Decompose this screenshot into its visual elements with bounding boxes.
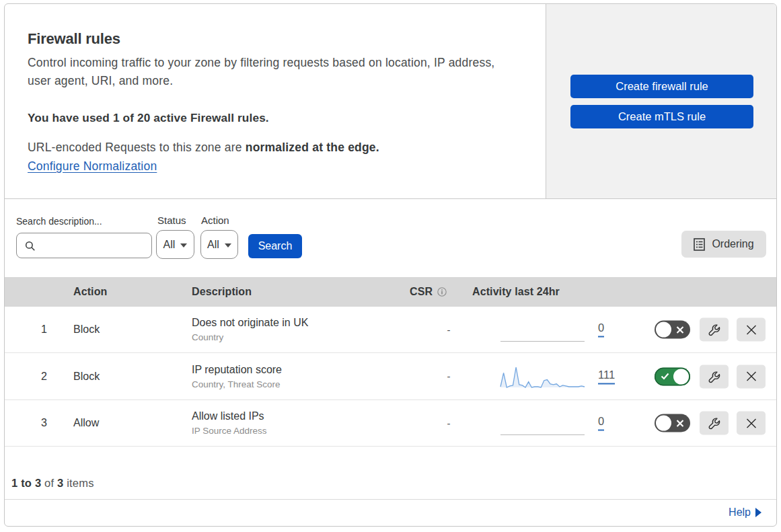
edit-rule-button[interactable] xyxy=(700,318,729,342)
column-header-description: Description xyxy=(192,277,252,307)
usage-summary: You have used 1 of 20 active Firewall ru… xyxy=(28,111,269,125)
rule-priority: 3 xyxy=(20,400,47,446)
configure-normalization-link[interactable]: Configure Normalization xyxy=(28,159,157,173)
rule-description: Allow listed IPs IP Source Address xyxy=(192,400,267,446)
column-header-activity: Activity last 24hr xyxy=(472,277,560,307)
toggle-knob xyxy=(673,369,689,384)
page-title: Firewall rules xyxy=(28,30,120,48)
search-button[interactable]: Search xyxy=(248,234,302,258)
create-firewall-rule-button[interactable]: Create firewall rule xyxy=(570,75,753,98)
table-header: Action Description CSR Activity last 24h… xyxy=(5,277,776,307)
overview-section: Firewall rules Control incoming traffic … xyxy=(5,4,776,199)
rule-description-title: IP reputation score xyxy=(192,363,282,377)
rule-description-title: Does not originate in UK xyxy=(192,315,308,330)
ordering-button[interactable]: Ordering xyxy=(681,231,766,258)
column-header-csr-label: CSR xyxy=(410,286,433,298)
search-icon xyxy=(25,241,36,252)
rule-priority: 2 xyxy=(20,353,47,400)
activity-count-link[interactable]: 111 xyxy=(598,369,615,384)
close-icon xyxy=(746,324,757,335)
edit-rule-button[interactable] xyxy=(700,412,729,435)
activity-sparkline xyxy=(500,353,585,400)
search-field xyxy=(16,233,152,258)
wrench-icon xyxy=(708,417,720,430)
toggle-check-icon xyxy=(661,373,669,380)
column-header-action: Action xyxy=(73,277,107,307)
table-row: 1 Block Does not originate in UK Country… xyxy=(5,307,776,353)
help-arrow-icon xyxy=(755,508,761,517)
page-description-line2: user agent, URI, and more. xyxy=(28,74,173,87)
rule-description-title: Allow listed IPs xyxy=(192,409,267,423)
status-select-value: All xyxy=(163,239,176,251)
close-icon xyxy=(746,371,757,382)
search-label: Search description... xyxy=(16,216,102,227)
firewall-rules-card: Firewall rules Control incoming traffic … xyxy=(4,3,777,527)
rule-description-fields: Country, Threat Score xyxy=(192,379,282,391)
action-label: Action xyxy=(201,215,229,226)
delete-rule-button[interactable] xyxy=(737,365,766,388)
activity-count-link[interactable]: 0 xyxy=(598,416,604,431)
table-row: 2 Block IP reputation score Country, Thr… xyxy=(5,353,776,400)
rule-action: Block xyxy=(73,353,100,400)
page-description: Control incoming traffic to your zone by… xyxy=(28,54,494,90)
pagination-range: 1 to 3 xyxy=(11,477,41,489)
rule-enabled-toggle[interactable] xyxy=(655,321,690,339)
toggle-x-icon xyxy=(676,419,684,427)
pagination-of: of xyxy=(41,477,57,489)
pagination-items: items xyxy=(63,477,94,489)
create-mtls-rule-button[interactable]: Create mTLS rule xyxy=(570,105,753,128)
chevron-down-icon xyxy=(180,243,187,248)
pagination-total: 3 xyxy=(57,477,63,489)
normalization-text: URL-encoded Requests to this zone are xyxy=(28,141,246,154)
pagination-summary: 1 to 3 of 3 items xyxy=(11,477,94,490)
info-icon xyxy=(437,287,447,297)
table-row: 3 Allow Allow listed IPs IP Source Addre… xyxy=(5,400,776,447)
rule-enabled-toggle[interactable] xyxy=(655,367,690,385)
status-select[interactable]: All xyxy=(156,230,194,259)
rule-description-fields: Country xyxy=(192,332,308,344)
delete-rule-button[interactable] xyxy=(737,318,766,342)
delete-rule-button[interactable] xyxy=(737,412,766,435)
rule-enabled-toggle[interactable] xyxy=(655,414,690,432)
normalization-note: URL-encoded Requests to this zone are no… xyxy=(28,138,379,176)
toggle-x-icon xyxy=(676,326,684,334)
wrench-icon xyxy=(708,324,720,336)
status-label: Status xyxy=(157,215,186,226)
rule-action: Allow xyxy=(73,400,99,446)
footer-divider xyxy=(5,499,776,500)
rule-csr-value: - xyxy=(435,353,462,400)
action-select[interactable]: All xyxy=(200,230,238,259)
search-input[interactable] xyxy=(40,234,147,257)
activity-sparkline-flat xyxy=(500,434,585,435)
rule-csr-value: - xyxy=(435,400,462,446)
rule-description: Does not originate in UK Country xyxy=(192,307,308,352)
wrench-icon xyxy=(708,370,720,383)
edit-rule-button[interactable] xyxy=(700,365,729,388)
ordering-list-icon xyxy=(694,238,705,251)
overview-text-block: Firewall rules Control incoming traffic … xyxy=(28,4,539,198)
help-link[interactable]: Help xyxy=(729,506,761,519)
toggle-knob xyxy=(656,322,671,338)
activity-sparkline-flat xyxy=(500,341,585,342)
rule-action: Block xyxy=(73,307,100,352)
activity-count-link[interactable]: 0 xyxy=(598,322,604,338)
action-select-value: All xyxy=(207,239,219,251)
toggle-knob xyxy=(656,416,671,431)
normalization-bold: normalized at the edge. xyxy=(246,141,379,154)
rule-priority: 1 xyxy=(20,307,47,352)
rule-csr-value: - xyxy=(435,307,462,352)
close-icon xyxy=(746,418,757,428)
rule-description-fields: IP Source Address xyxy=(192,425,267,437)
chevron-down-icon xyxy=(225,243,231,248)
ordering-button-label: Ordering xyxy=(712,238,753,250)
help-link-label: Help xyxy=(729,506,751,519)
rule-description: IP reputation score Country, Threat Scor… xyxy=(192,353,282,400)
page-description-line1: Control incoming traffic to your zone by… xyxy=(28,56,494,69)
actions-panel: Create firewall rule Create mTLS rule xyxy=(546,4,776,198)
column-header-csr: CSR xyxy=(410,277,447,307)
